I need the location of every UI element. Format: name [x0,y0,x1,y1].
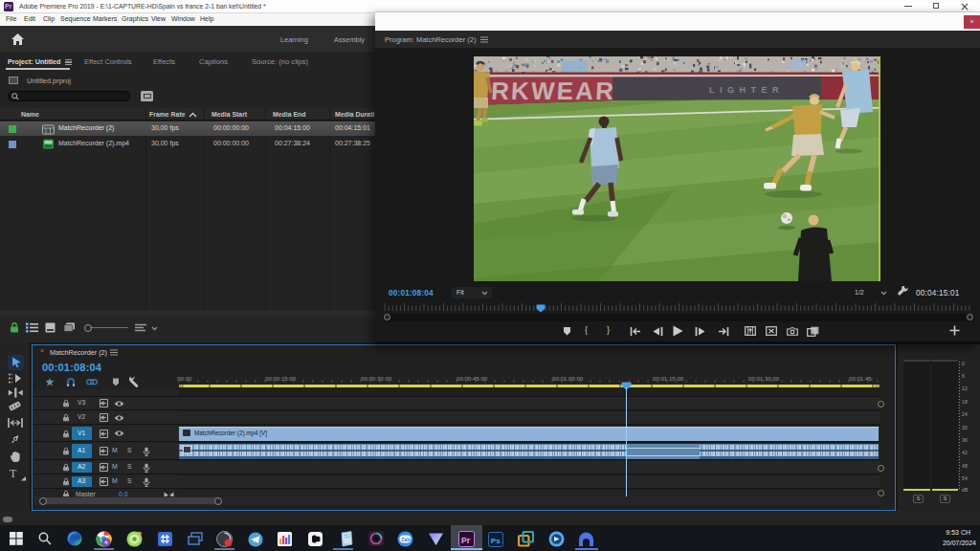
svg-text:Pr: Pr [461,536,471,545]
svg-text:Ps: Ps [491,537,501,545]
svg-text:RKWEAR: RKWEAR [490,77,616,105]
svg-text:LIGHTER: LIGHTER [709,85,784,95]
svg-text:Zalo: Zalo [401,537,411,542]
